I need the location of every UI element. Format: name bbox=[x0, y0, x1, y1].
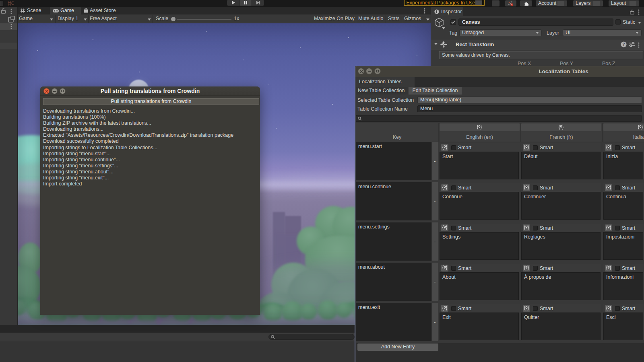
svg-text:?: ? bbox=[622, 42, 625, 47]
